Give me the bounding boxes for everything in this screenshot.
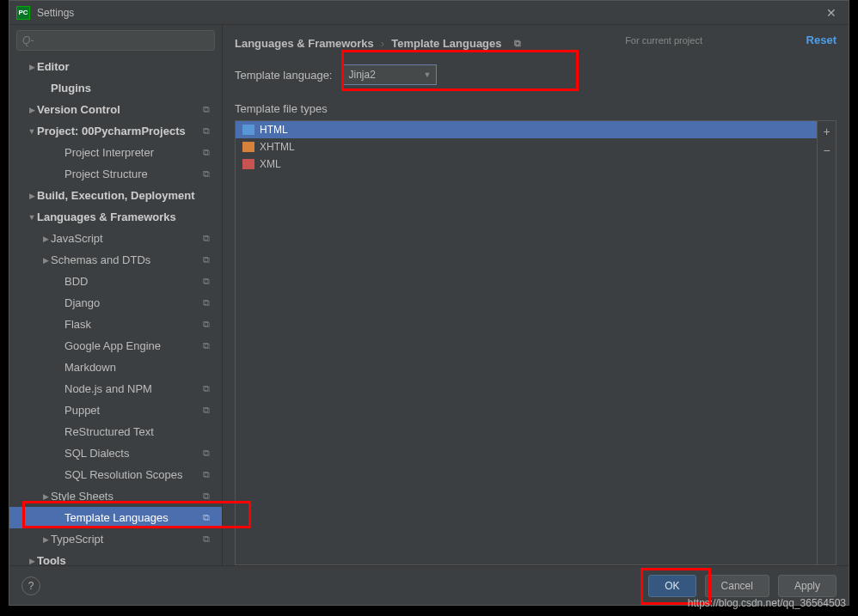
file-types-inner[interactable]: HTMLXHTMLXML — [236, 121, 817, 564]
project-scope-icon: ⧉ — [514, 38, 521, 49]
sidebar-item-node-js-and-npm[interactable]: Node.js and NPM⧉ — [9, 378, 222, 399]
sidebar-item-schemas-and-dtds[interactable]: ▶Schemas and DTDs⧉ — [9, 249, 222, 271]
file-types-list: HTMLXHTMLXML + − — [235, 120, 837, 565]
help-button[interactable]: ? — [21, 576, 40, 595]
sidebar-item-label: SQL Resolution Scopes — [64, 468, 203, 481]
sidebar-item-label: Style Sheets — [51, 490, 203, 503]
file-type-label: XHTML — [260, 141, 295, 153]
xml-file-icon — [242, 159, 254, 169]
project-scope-icon: ⧉ — [203, 254, 215, 266]
project-scope-icon: ⧉ — [203, 168, 215, 180]
sidebar-item-markdown[interactable]: Markdown — [9, 357, 222, 378]
apply-button[interactable]: Apply — [778, 575, 837, 597]
tree-arrow-icon: ▼ — [27, 213, 37, 222]
sidebar-item-label: Node.js and NPM — [64, 382, 203, 395]
sidebar-item-typescript[interactable]: ▶TypeScript⧉ — [9, 528, 222, 550]
reset-link[interactable]: Reset — [806, 34, 837, 46]
project-scope-icon: ⧉ — [203, 276, 215, 288]
sidebar-item-label: BDD — [64, 275, 203, 288]
watermark: https://blog.csdn.net/qq_36564503 — [688, 597, 846, 609]
sidebar-item-label: Google App Engine — [64, 339, 203, 352]
project-scope-icon: ⧉ — [203, 104, 215, 116]
combo-value: Jinja2 — [348, 69, 375, 81]
sidebar-item-template-languages[interactable]: Template Languages⧉ — [9, 507, 222, 528]
project-scope-label: For current project — [625, 35, 702, 46]
sidebar-item-tools[interactable]: ▶Tools — [9, 550, 222, 565]
project-scope-icon: ⧉ — [203, 125, 215, 137]
project-scope-icon: ⧉ — [203, 297, 215, 309]
template-language-label: Template language: — [235, 69, 332, 82]
sidebar-item-label: Tools — [37, 554, 215, 565]
sidebar-item-label: SQL Dialects — [64, 447, 203, 460]
project-scope-icon: ⧉ — [203, 534, 215, 546]
project-scope-icon: ⧉ — [203, 340, 215, 352]
sidebar-item-puppet[interactable]: Puppet⧉ — [9, 399, 222, 421]
sidebar-item-javascript[interactable]: ▶JavaScript⧉ — [9, 228, 222, 249]
project-scope-icon: ⧉ — [203, 319, 215, 331]
ok-button[interactable]: OK — [648, 575, 696, 597]
tree-arrow-icon: ▶ — [27, 63, 37, 71]
file-types-label: Template file types — [235, 102, 837, 115]
sidebar-item-label: ReStructured Text — [64, 425, 215, 438]
chevron-down-icon: ▼ — [424, 70, 432, 79]
sidebar-item-django[interactable]: Django⧉ — [9, 292, 222, 314]
search-input[interactable]: Q- — [16, 30, 215, 51]
sidebar-item-bdd[interactable]: BDD⧉ — [9, 271, 222, 292]
sidebar-item-label: Template Languages — [64, 511, 203, 524]
search-placeholder: Q- — [22, 34, 34, 46]
sidebar-item-label: JavaScript — [51, 232, 203, 245]
sidebar-item-label: Version Control — [37, 103, 203, 116]
project-scope-icon: ⧉ — [203, 233, 215, 245]
tree-arrow-icon: ▶ — [27, 106, 37, 114]
remove-file-type-button[interactable]: − — [823, 143, 830, 157]
tree-arrow-icon: ▶ — [40, 256, 51, 265]
sidebar-item-plugins[interactable]: Plugins — [9, 77, 222, 99]
breadcrumb-sep: › — [381, 37, 384, 50]
sidebar-item-build-execution-deployment[interactable]: ▶Build, Execution, Deployment — [9, 185, 222, 206]
add-file-type-button[interactable]: + — [823, 125, 830, 138]
sidebar-item-label: Project Structure — [64, 168, 203, 180]
project-scope-icon: ⧉ — [203, 491, 215, 503]
breadcrumb: Languages & Frameworks › Template Langua… — [235, 34, 837, 52]
sidebar-item-project-structure[interactable]: Project Structure⧉ — [9, 163, 222, 185]
sidebar-item-languages-frameworks[interactable]: ▼Languages & Frameworks — [9, 206, 222, 228]
cancel-button[interactable]: Cancel — [705, 575, 769, 597]
file-type-row-xml[interactable]: XML — [236, 156, 817, 173]
tree-arrow-icon: ▶ — [40, 492, 51, 501]
sidebar-item-sql-dialects[interactable]: SQL Dialects⧉ — [9, 442, 222, 464]
sidebar-item-label: Puppet — [64, 404, 203, 417]
sidebar-item-editor[interactable]: ▶Editor — [9, 56, 222, 77]
project-scope-icon: ⧉ — [203, 405, 215, 417]
sidebar-item-google-app-engine[interactable]: Google App Engine⧉ — [9, 335, 222, 357]
breadcrumb-current: Template Languages — [391, 37, 501, 50]
sidebar-item-restructured-text[interactable]: ReStructured Text — [9, 421, 222, 442]
sidebar-item-style-sheets[interactable]: ▶Style Sheets⧉ — [9, 485, 222, 507]
sidebar-item-project-interpreter[interactable]: Project Interpreter⧉ — [9, 142, 222, 163]
sidebar-item-label: Flask — [64, 318, 203, 331]
project-scope-icon: ⧉ — [203, 147, 215, 159]
sidebar-item-label: Project: 00PycharmProjects — [37, 125, 203, 137]
window-title: Settings — [37, 7, 74, 19]
project-scope-icon: ⧉ — [203, 469, 215, 481]
template-language-combo[interactable]: Jinja2 ▼ — [342, 64, 437, 85]
sidebar-item-project-00pycharmprojects[interactable]: ▼Project: 00PycharmProjects⧉ — [9, 120, 222, 142]
file-type-row-xhtml[interactable]: XHTML — [236, 138, 817, 156]
sidebar-item-label: Build, Execution, Deployment — [37, 189, 215, 202]
main-panel: Languages & Frameworks › Template Langua… — [223, 25, 849, 565]
sidebar-item-label: Editor — [37, 60, 215, 73]
sidebar-item-label: Project Interpreter — [64, 146, 203, 159]
file-type-row-html[interactable]: HTML — [236, 121, 817, 138]
tree-arrow-icon: ▶ — [40, 535, 51, 544]
settings-dialog: PC Settings ✕ Q- ▶EditorPlugins▶Version … — [9, 0, 849, 606]
file-type-label: HTML — [260, 124, 288, 136]
sidebar-item-flask[interactable]: Flask⧉ — [9, 314, 222, 335]
sidebar: Q- ▶EditorPlugins▶Version Control⧉▼Proje… — [9, 25, 223, 565]
sidebar-item-label: Django — [64, 296, 203, 309]
close-icon[interactable]: ✕ — [821, 4, 842, 21]
tree-arrow-icon: ▶ — [27, 192, 37, 200]
sidebar-item-label: Schemas and DTDs — [51, 253, 203, 266]
sidebar-item-version-control[interactable]: ▶Version Control⧉ — [9, 99, 222, 120]
settings-tree[interactable]: ▶EditorPlugins▶Version Control⧉▼Project:… — [9, 56, 222, 565]
sidebar-item-label: TypeScript — [51, 533, 203, 546]
sidebar-item-sql-resolution-scopes[interactable]: SQL Resolution Scopes⧉ — [9, 464, 222, 485]
